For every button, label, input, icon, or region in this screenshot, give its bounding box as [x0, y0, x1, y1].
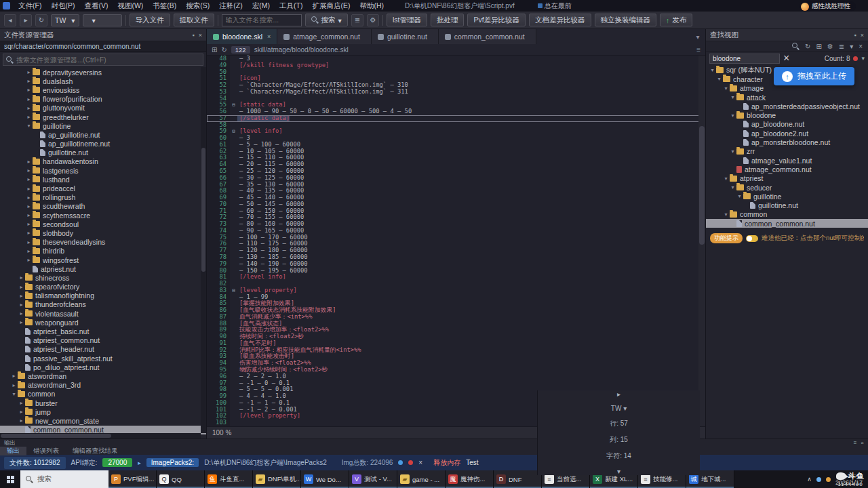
tree-expand-icon[interactable]: ▸ [18, 418, 25, 424]
tree-item[interactable]: atpriest.nut [0, 264, 206, 273]
chevron-down-icon[interactable]: ▾ [850, 43, 853, 50]
tree-expand-icon[interactable]: ▾ [729, 94, 736, 100]
fold-icon[interactable] [230, 393, 237, 400]
fold-icon[interactable] [230, 69, 237, 76]
chevron-down-icon[interactable]: ▾ [861, 55, 865, 62]
taskbar-app-button[interactable]: D DNF [494, 470, 542, 488]
gear-icon[interactable]: ⚙ [367, 14, 379, 26]
tree-expand-icon[interactable]: ▸ [25, 69, 33, 75]
tree-expand-icon[interactable]: ▸ [25, 105, 33, 111]
tree-item[interactable]: ▸ new_common_state [0, 416, 206, 425]
fold-icon[interactable] [230, 195, 237, 201]
search-button[interactable]: 搜索▾ [305, 14, 348, 26]
tree-item[interactable]: ▸ dualslash [0, 77, 206, 85]
tray-up-icon[interactable]: ∧ [807, 476, 812, 483]
code-line[interactable]: 81 [/level info] [207, 274, 705, 281]
close-tab-icon[interactable]: × [266, 33, 271, 40]
refresh-icon[interactable]: ↻ [221, 46, 226, 54]
tree-item[interactable]: ap_monsterdeadpassiveobject.nut [706, 102, 868, 110]
fold-icon[interactable] [230, 56, 237, 62]
close-icon[interactable]: × [861, 32, 864, 39]
fold-icon[interactable] [230, 294, 237, 301]
toolbar-button[interactable]: 批处理 [431, 14, 465, 26]
pin-icon[interactable]: ▪ [193, 32, 195, 39]
tree-expand-icon[interactable]: ▸ [18, 284, 25, 290]
fold-icon[interactable] [230, 214, 237, 221]
fold-icon[interactable] [230, 321, 237, 327]
fold-icon[interactable] [230, 420, 237, 426]
fold-icon[interactable] [230, 62, 237, 69]
fold-icon[interactable] [230, 188, 237, 195]
tree-item[interactable]: ▸ atswordman [0, 371, 206, 380]
fold-icon[interactable] [230, 182, 237, 188]
tree-expand-icon[interactable]: ▸ [25, 167, 33, 174]
tab-list-icon[interactable]: ▾ [690, 29, 705, 44]
code-line[interactable]: 49 [/skill fitness growtype] [207, 62, 705, 69]
fold-icon[interactable] [230, 261, 237, 268]
tree-expand-icon[interactable]: ▾ [715, 76, 723, 82]
tree-item[interactable]: atmage_common.nut [706, 165, 868, 174]
tree-item[interactable]: ▸ enviouskiss [0, 85, 206, 94]
tree-item[interactable]: ▸ talismanoflightning [0, 291, 206, 300]
menu-item[interactable]: 视图(W) [113, 1, 148, 11]
taskbar-app-button[interactable]: 魔 魔神伤... [446, 470, 494, 488]
fold-icon[interactable] [230, 333, 237, 340]
fold-icon[interactable] [230, 314, 237, 321]
tree-item[interactable]: ▾ attack [706, 93, 868, 102]
menu-icon[interactable]: ≡ [854, 440, 857, 446]
fold-icon[interactable] [230, 274, 237, 281]
tray-icon[interactable] [816, 477, 821, 482]
tree-item[interactable]: ▾ guillotine [0, 121, 206, 130]
list-icon[interactable]: ≣ [839, 43, 844, 50]
tree-item[interactable]: ▾ atpriest [706, 174, 868, 183]
fold-icon[interactable] [230, 307, 237, 314]
fold-icon[interactable] [230, 82, 237, 89]
fold-icon[interactable] [230, 327, 237, 333]
tree-item[interactable]: atmage_value1.nut [706, 156, 868, 165]
menu-item[interactable]: 查看(V) [79, 1, 113, 11]
taskbar-app-button[interactable]: P PVF编辑... [108, 470, 157, 488]
fold-icon[interactable] [230, 268, 237, 274]
fold-icon[interactable] [230, 148, 237, 155]
tree-item[interactable]: ▸ scudthewrath [0, 202, 206, 211]
toolbar-button[interactable]: 独立换装编辑器 [595, 14, 657, 26]
menu-item[interactable]: 帮助(H) [355, 1, 389, 11]
output-tab[interactable]: 错误列表 [26, 447, 66, 455]
refresh-icon[interactable]: ↻ [805, 43, 810, 50]
tree-expand-icon[interactable]: ▾ [736, 193, 743, 199]
tree-item[interactable]: po_diluo_atpriest.nut [0, 363, 206, 371]
expand-all-icon[interactable]: ⊞ [816, 43, 821, 50]
tree-item[interactable]: guillotine.nut [706, 201, 868, 209]
taskbar-app-button[interactable]: ▰ DNF\单机... [253, 470, 301, 488]
taskbar-search[interactable]: 搜索 [20, 470, 108, 488]
tree-item[interactable]: ▸ lusthand [0, 175, 206, 184]
tree-expand-icon[interactable]: ▸ [25, 195, 33, 201]
tree-expand-icon[interactable]: ▸ [18, 274, 25, 281]
tree-item[interactable]: ▸ shinecross [0, 273, 206, 282]
fold-icon[interactable] [230, 281, 237, 287]
close-icon[interactable]: × [418, 459, 422, 466]
menu-item[interactable]: 文件(F) [14, 1, 46, 11]
tree-expand-icon[interactable]: ▾ [10, 391, 18, 397]
fold-icon[interactable] [230, 413, 237, 420]
fold-icon[interactable] [230, 122, 237, 129]
tree-item[interactable]: ap_bloodone.nut [706, 120, 868, 129]
close-icon[interactable]: × [861, 440, 864, 446]
tree-item[interactable]: ▸ gluttonyvomit [0, 104, 206, 113]
menu-item[interactable]: 注释(Z) [214, 1, 247, 11]
menu-item[interactable]: 工具(T) [275, 1, 307, 11]
save-icon[interactable]: ⊞ [212, 46, 217, 54]
tree-item[interactable]: ▸ thunderofcleans [0, 300, 206, 309]
chevron-down-icon[interactable]: ▾ [617, 468, 620, 475]
code-line[interactable]: 50 [207, 69, 705, 76]
explorer-scrollbar[interactable] [201, 67, 206, 433]
tree-item[interactable]: ap_monsterbloodone.nut [706, 138, 868, 146]
clear-icon[interactable]: × [783, 52, 789, 64]
close-icon[interactable]: × [199, 32, 202, 39]
code-editor[interactable]: 48 — 3 49 [/skill fitness growtype] 50 [207, 56, 705, 426]
fold-icon[interactable] [230, 380, 237, 387]
tree-item[interactable]: ▸ lastgenesis [0, 166, 206, 175]
tree-item[interactable]: ▸ jump [0, 407, 206, 416]
pin-icon[interactable]: ▪ [854, 32, 856, 39]
tree-expand-icon[interactable]: ▸ [25, 159, 33, 165]
